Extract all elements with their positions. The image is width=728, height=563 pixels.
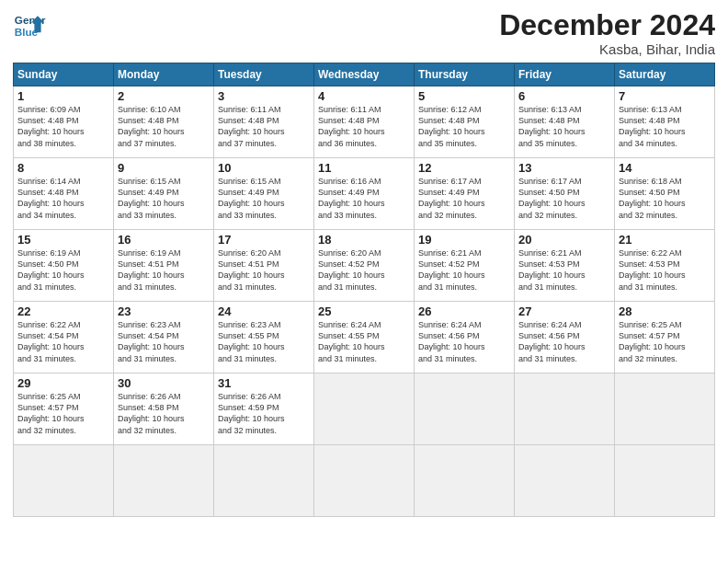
- calendar-cell: 31Sunrise: 6:26 AM Sunset: 4:59 PM Dayli…: [214, 373, 314, 445]
- day-number: 10: [218, 161, 310, 175]
- header-saturday: Saturday: [615, 63, 715, 86]
- day-info: Sunrise: 6:23 AM Sunset: 4:55 PM Dayligh…: [218, 319, 310, 364]
- calendar-cell: 9Sunrise: 6:15 AM Sunset: 4:49 PM Daylig…: [114, 158, 214, 230]
- day-number: 16: [118, 233, 210, 247]
- day-info: Sunrise: 6:11 AM Sunset: 4:48 PM Dayligh…: [218, 104, 310, 149]
- day-info: Sunrise: 6:26 AM Sunset: 4:58 PM Dayligh…: [118, 391, 210, 436]
- day-info: Sunrise: 6:26 AM Sunset: 4:59 PM Dayligh…: [218, 391, 310, 436]
- calendar-cell: 17Sunrise: 6:20 AM Sunset: 4:51 PM Dayli…: [214, 230, 314, 302]
- calendar-cell: 29Sunrise: 6:25 AM Sunset: 4:57 PM Dayli…: [14, 373, 114, 445]
- calendar-cell: [615, 445, 715, 517]
- location: Kasba, Bihar, India: [499, 41, 715, 57]
- logo-icon: General Blue: [13, 9, 46, 42]
- day-number: 8: [17, 161, 109, 175]
- day-info: Sunrise: 6:19 AM Sunset: 4:51 PM Dayligh…: [118, 247, 210, 293]
- day-info: Sunrise: 6:24 AM Sunset: 4:56 PM Dayligh…: [518, 319, 610, 364]
- day-number: 7: [619, 89, 711, 103]
- calendar-row: 1Sunrise: 6:09 AM Sunset: 4:48 PM Daylig…: [14, 86, 715, 158]
- day-info: Sunrise: 6:13 AM Sunset: 4:48 PM Dayligh…: [619, 104, 711, 149]
- day-info: Sunrise: 6:09 AM Sunset: 4:48 PM Dayligh…: [17, 104, 109, 149]
- day-number: 9: [118, 161, 210, 175]
- day-number: 13: [518, 161, 610, 175]
- calendar-cell: 1Sunrise: 6:09 AM Sunset: 4:48 PM Daylig…: [14, 86, 114, 158]
- calendar-cell: [114, 445, 214, 517]
- day-info: Sunrise: 6:22 AM Sunset: 4:54 PM Dayligh…: [17, 319, 109, 364]
- day-number: 14: [619, 161, 711, 175]
- day-number: 6: [518, 89, 610, 103]
- day-info: Sunrise: 6:24 AM Sunset: 4:56 PM Dayligh…: [418, 319, 510, 364]
- day-number: 22: [17, 304, 109, 318]
- day-number: 3: [218, 89, 310, 103]
- calendar-cell: 27Sunrise: 6:24 AM Sunset: 4:56 PM Dayli…: [515, 302, 615, 373]
- day-number: 21: [619, 233, 711, 247]
- page-container: General Blue December 2024 Kasba, Bihar,…: [0, 0, 728, 526]
- day-info: Sunrise: 6:21 AM Sunset: 4:53 PM Dayligh…: [518, 247, 610, 293]
- day-info: Sunrise: 6:15 AM Sunset: 4:49 PM Dayligh…: [118, 176, 210, 221]
- calendar-cell: 15Sunrise: 6:19 AM Sunset: 4:50 PM Dayli…: [14, 230, 114, 302]
- day-number: 26: [418, 304, 510, 318]
- day-info: Sunrise: 6:11 AM Sunset: 4:48 PM Dayligh…: [318, 104, 410, 149]
- day-info: Sunrise: 6:23 AM Sunset: 4:54 PM Dayligh…: [118, 319, 210, 364]
- day-info: Sunrise: 6:16 AM Sunset: 4:49 PM Dayligh…: [318, 176, 410, 221]
- day-info: Sunrise: 6:17 AM Sunset: 4:49 PM Dayligh…: [418, 176, 510, 221]
- calendar-row: 15Sunrise: 6:19 AM Sunset: 4:50 PM Dayli…: [14, 230, 715, 302]
- calendar-cell: 19Sunrise: 6:21 AM Sunset: 4:52 PM Dayli…: [415, 230, 515, 302]
- day-number: 11: [318, 161, 410, 175]
- day-info: Sunrise: 6:13 AM Sunset: 4:48 PM Dayligh…: [518, 104, 610, 149]
- header-sunday: Sunday: [14, 63, 114, 86]
- calendar-cell: 6Sunrise: 6:13 AM Sunset: 4:48 PM Daylig…: [515, 86, 615, 158]
- calendar-cell: [415, 373, 515, 445]
- header-thursday: Thursday: [415, 63, 515, 86]
- day-info: Sunrise: 6:21 AM Sunset: 4:52 PM Dayligh…: [418, 247, 510, 293]
- header-monday: Monday: [114, 63, 214, 86]
- title-block: December 2024 Kasba, Bihar, India: [499, 9, 715, 57]
- day-info: Sunrise: 6:25 AM Sunset: 4:57 PM Dayligh…: [17, 391, 109, 436]
- calendar-cell: 7Sunrise: 6:13 AM Sunset: 4:48 PM Daylig…: [615, 86, 715, 158]
- day-number: 5: [418, 89, 510, 103]
- day-info: Sunrise: 6:14 AM Sunset: 4:48 PM Dayligh…: [17, 176, 109, 221]
- day-info: Sunrise: 6:24 AM Sunset: 4:55 PM Dayligh…: [318, 319, 410, 364]
- day-number: 23: [118, 304, 210, 318]
- calendar-cell: [415, 445, 515, 517]
- day-number: 28: [619, 304, 711, 318]
- day-number: 31: [218, 376, 310, 390]
- calendar-cell: 2Sunrise: 6:10 AM Sunset: 4:48 PM Daylig…: [114, 86, 214, 158]
- calendar-cell: 28Sunrise: 6:25 AM Sunset: 4:57 PM Dayli…: [615, 302, 715, 373]
- header-wednesday: Wednesday: [314, 63, 415, 86]
- calendar-cell: 23Sunrise: 6:23 AM Sunset: 4:54 PM Dayli…: [114, 302, 214, 373]
- day-number: 18: [318, 233, 410, 247]
- calendar-cell: 21Sunrise: 6:22 AM Sunset: 4:53 PM Dayli…: [615, 230, 715, 302]
- logo: General Blue: [13, 9, 46, 42]
- day-info: Sunrise: 6:15 AM Sunset: 4:49 PM Dayligh…: [218, 176, 310, 221]
- day-info: Sunrise: 6:18 AM Sunset: 4:50 PM Dayligh…: [619, 176, 711, 221]
- calendar-cell: 22Sunrise: 6:22 AM Sunset: 4:54 PM Dayli…: [14, 302, 114, 373]
- header: General Blue December 2024 Kasba, Bihar,…: [13, 9, 715, 57]
- calendar-cell: [214, 445, 314, 517]
- day-info: Sunrise: 6:19 AM Sunset: 4:50 PM Dayligh…: [17, 247, 109, 293]
- day-info: Sunrise: 6:10 AM Sunset: 4:48 PM Dayligh…: [118, 104, 210, 149]
- calendar-cell: 3Sunrise: 6:11 AM Sunset: 4:48 PM Daylig…: [214, 86, 314, 158]
- day-number: 17: [218, 233, 310, 247]
- day-info: Sunrise: 6:25 AM Sunset: 4:57 PM Dayligh…: [619, 319, 711, 364]
- day-info: Sunrise: 6:12 AM Sunset: 4:48 PM Dayligh…: [418, 104, 510, 149]
- day-number: 24: [218, 304, 310, 318]
- day-number: 29: [17, 376, 109, 390]
- calendar-cell: 26Sunrise: 6:24 AM Sunset: 4:56 PM Dayli…: [415, 302, 515, 373]
- calendar-cell: 13Sunrise: 6:17 AM Sunset: 4:50 PM Dayli…: [515, 158, 615, 230]
- day-number: 12: [418, 161, 510, 175]
- calendar-cell: 12Sunrise: 6:17 AM Sunset: 4:49 PM Dayli…: [415, 158, 515, 230]
- calendar-cell: 8Sunrise: 6:14 AM Sunset: 4:48 PM Daylig…: [14, 158, 114, 230]
- day-number: 2: [118, 89, 210, 103]
- day-info: Sunrise: 6:20 AM Sunset: 4:51 PM Dayligh…: [218, 247, 310, 293]
- calendar-cell: [14, 445, 114, 517]
- calendar-cell: 5Sunrise: 6:12 AM Sunset: 4:48 PM Daylig…: [415, 86, 515, 158]
- month-title: December 2024: [499, 9, 715, 41]
- day-number: 27: [518, 304, 610, 318]
- calendar-cell: 16Sunrise: 6:19 AM Sunset: 4:51 PM Dayli…: [114, 230, 214, 302]
- calendar-row: 22Sunrise: 6:22 AM Sunset: 4:54 PM Dayli…: [14, 302, 715, 373]
- day-number: 1: [17, 89, 109, 103]
- header-tuesday: Tuesday: [214, 63, 314, 86]
- day-info: Sunrise: 6:22 AM Sunset: 4:53 PM Dayligh…: [619, 247, 711, 293]
- day-number: 15: [17, 233, 109, 247]
- day-number: 30: [118, 376, 210, 390]
